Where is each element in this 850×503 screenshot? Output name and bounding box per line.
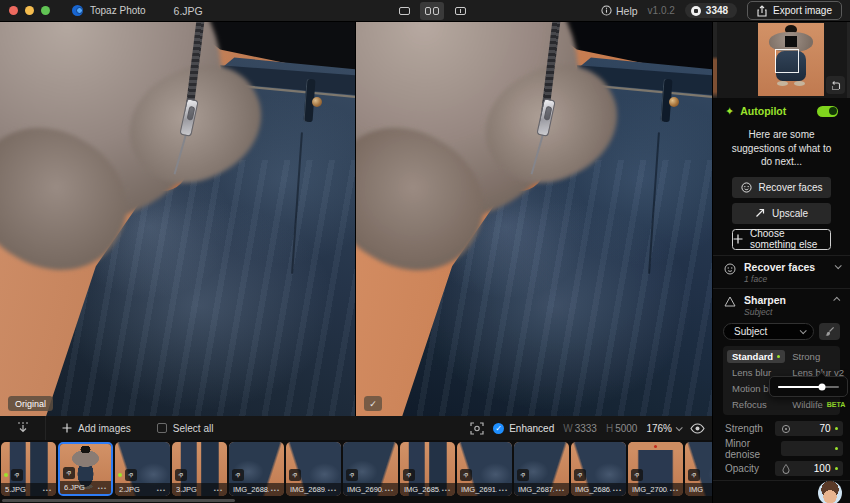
preview-thumbnail[interactable] <box>758 23 824 96</box>
thumbnail-menu-button[interactable]: ••• <box>556 487 565 493</box>
filmstrip-thumbnail[interactable]: » IMG_2689.J... ••• <box>286 442 341 496</box>
export-image-button[interactable]: Export image <box>747 1 842 20</box>
upscale-badge-icon: » <box>63 467 75 479</box>
brand-label: Topaz Photo <box>90 5 146 16</box>
original-image-panel[interactable]: Original <box>0 22 355 416</box>
select-all-checkbox[interactable] <box>157 423 167 433</box>
filmstrip-thumbnail[interactable]: » 5.JPG ••• <box>1 442 56 496</box>
thumbnail-menu-button[interactable]: ••• <box>98 485 107 491</box>
sharpen-model-option[interactable]: Wildlife BETA <box>787 398 850 411</box>
share-icon <box>757 5 767 17</box>
bottom-toolbar: Add images Select all ✓ Enhanced W3333 H… <box>0 416 712 440</box>
filmstrip-thumbnail[interactable]: » IMG_2685.J... ••• <box>400 442 455 496</box>
side-by-side-view-button[interactable] <box>420 2 444 20</box>
zoom-level-dropdown[interactable]: 176% <box>646 423 681 434</box>
current-filename: 6.JPG <box>174 5 203 17</box>
sharpen-model-option[interactable]: Strong <box>787 350 850 363</box>
auto-dot <box>835 447 839 451</box>
view-region-rect[interactable] <box>775 49 799 72</box>
info-icon <box>601 5 612 16</box>
chevron-down-icon[interactable] <box>835 262 842 269</box>
enhanced-image-panel[interactable]: ✓ <box>356 22 712 416</box>
suggestion-button[interactable]: Choose something else <box>732 229 831 250</box>
auto-dot <box>835 467 839 471</box>
filter-recover-faces[interactable]: Recover faces 1 face <box>713 255 850 288</box>
thumbnail-filename: IMG_2689.J... <box>290 485 326 494</box>
brush-icon <box>824 326 835 337</box>
app-version: v1.0.2 <box>648 5 675 16</box>
enhanced-check-icon: ✓ <box>493 423 504 434</box>
parameter-label: Minor denoise <box>725 438 781 460</box>
parameter-label: Strength <box>725 423 763 434</box>
upscale-badge-icon: » <box>125 469 137 481</box>
account-avatar[interactable] <box>818 481 842 503</box>
focus-region-icon[interactable] <box>470 422 484 435</box>
upscale-badge-icon: » <box>517 469 529 481</box>
comparison-view: Original ✓ <box>0 22 712 416</box>
upscale-badge-icon: » <box>631 469 643 481</box>
thumbnail-filename: IMG_2686.J... <box>575 485 611 494</box>
collapse-filmstrip-button[interactable] <box>0 416 46 440</box>
filmstrip-scrollbar[interactable] <box>2 499 235 502</box>
filmstrip-thumbnail[interactable]: » 3.JPG ••• <box>172 442 227 496</box>
chevron-up-icon[interactable] <box>833 296 840 303</box>
parameter-value-control[interactable]: 70 <box>775 421 843 436</box>
minimize-window-button[interactable] <box>25 6 34 15</box>
thumbnail-menu-button[interactable]: ••• <box>442 487 451 493</box>
add-images-button[interactable]: Add images <box>62 423 131 434</box>
enhanced-check-badge[interactable]: ✓ <box>364 396 382 411</box>
thumbnail-menu-button[interactable]: ••• <box>613 487 622 493</box>
filmstrip-thumbnail[interactable]: » 2.JPG ••• <box>115 442 170 496</box>
thumbnail-menu-button[interactable]: ••• <box>271 487 280 493</box>
sharpen-model-option[interactable]: Refocus <box>727 398 785 411</box>
close-window-button[interactable] <box>9 6 18 15</box>
edit-mask-button[interactable] <box>819 323 840 340</box>
autopilot-row: ✦ Autopilot <box>713 98 850 124</box>
parameter-label: Opacity <box>725 463 759 474</box>
suggestion-button[interactable]: Recover faces <box>732 177 831 198</box>
help-button[interactable]: Help <box>601 5 638 17</box>
thumbnail-menu-button[interactable]: ••• <box>43 487 52 493</box>
thumbnail-filename: IMG_2700.J... <box>632 485 668 494</box>
filmstrip-thumbnail[interactable]: » IMG_2691.J... ••• <box>457 442 512 496</box>
filmstrip-thumbnail[interactable]: » IMG_2686.J... ••• <box>571 442 626 496</box>
right-sidebar: ✦ Autopilot Here are some suggestions of… <box>712 22 850 503</box>
split-view-button[interactable] <box>448 2 472 20</box>
mask-target-select[interactable]: Subject <box>723 323 814 340</box>
zoom-window-button[interactable] <box>41 6 50 15</box>
suggestion-button[interactable]: Upscale <box>732 203 831 224</box>
parameter-value-control[interactable] <box>781 441 843 456</box>
single-view-button[interactable] <box>392 2 416 20</box>
sharpen-model-option[interactable]: Standard <box>727 350 785 363</box>
topaz-logo-icon <box>72 4 85 17</box>
enhanced-status[interactable]: ✓ Enhanced <box>493 423 554 434</box>
thumbnail-menu-button[interactable]: ••• <box>499 487 508 493</box>
thumbnail-menu-button[interactable]: ••• <box>385 487 394 493</box>
filmstrip-thumbnail[interactable]: » IMG <box>685 442 712 496</box>
strength-slider[interactable] <box>778 386 839 388</box>
upscale-badge-icon: » <box>688 469 700 481</box>
thumbnail-menu-button[interactable]: ••• <box>328 487 337 493</box>
filmstrip-thumbnail[interactable]: » 6.JPG ••• <box>58 442 113 496</box>
filter-sharpen[interactable]: Sharpen Subject <box>713 288 850 321</box>
chevron-down-icon <box>800 327 807 334</box>
select-all-control[interactable]: Select all <box>157 423 214 434</box>
original-photo <box>0 22 355 416</box>
upscale-badge-icon: » <box>403 469 415 481</box>
filmstrip-thumbnail[interactable]: » IMG_2687.J... ••• <box>514 442 569 496</box>
parameter-value-control[interactable]: 100 <box>775 461 843 476</box>
thumbnail-menu-button[interactable]: ••• <box>670 487 679 493</box>
filmstrip-thumbnail[interactable]: » IMG_2688.J... ••• <box>229 442 284 496</box>
preview-original-eye-icon[interactable] <box>690 423 705 434</box>
thumbnail-menu-button[interactable]: ••• <box>214 487 223 493</box>
credits-pill[interactable]: 3348 <box>685 3 737 18</box>
thumbnail-menu-button[interactable]: ••• <box>157 487 166 493</box>
filmstrip-thumbnail[interactable]: » IMG_2700.J... ••• <box>628 442 683 496</box>
plus-icon <box>62 423 72 433</box>
filmstrip-thumbnail[interactable]: » IMG_2690.J... ••• <box>343 442 398 496</box>
crop-rotate-button[interactable] <box>826 76 845 94</box>
selected-dot <box>777 355 780 358</box>
autopilot-toggle[interactable] <box>817 106 838 117</box>
slider-handle[interactable] <box>818 383 825 390</box>
sharpen-parameter-row: Opacity 100 <box>713 460 850 478</box>
